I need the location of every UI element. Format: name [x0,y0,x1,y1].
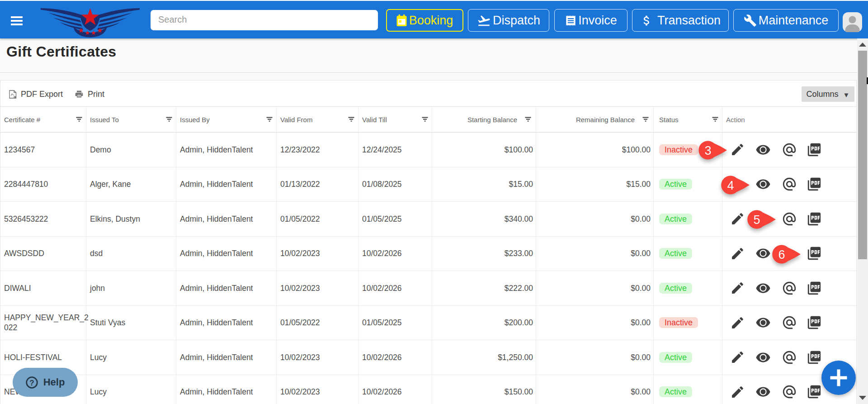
svg-text:3: 3 [704,144,711,157]
svg-text:4: 4 [727,179,734,192]
svg-text:6: 6 [778,248,785,261]
svg-text:5: 5 [753,213,760,227]
svg-text:?: ? [29,379,34,387]
